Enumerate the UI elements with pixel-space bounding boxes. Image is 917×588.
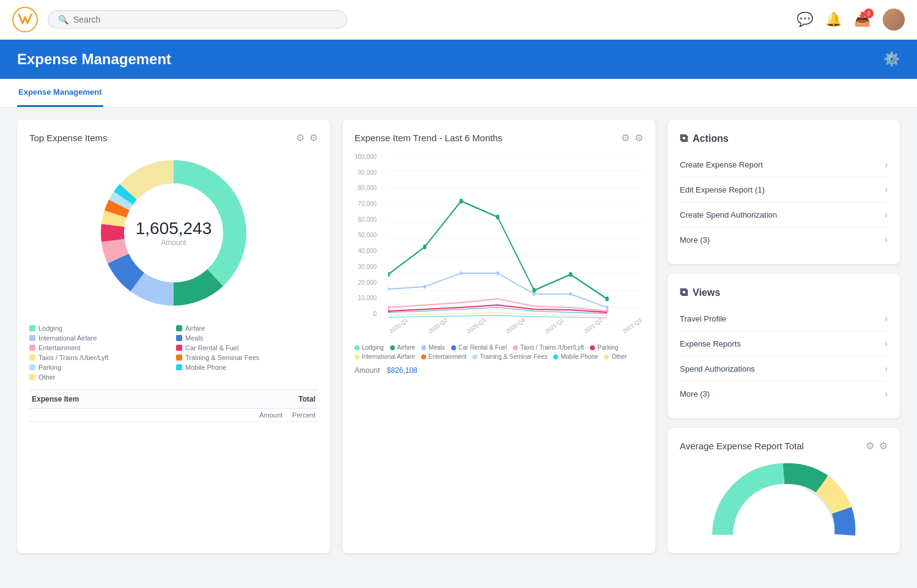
y-label: 0	[355, 311, 377, 317]
total-label: Total	[298, 395, 315, 403]
view-label: Travel Profile	[680, 314, 726, 323]
search-box[interactable]: 🔍	[48, 10, 347, 29]
action-label: Edit Expense Report (1)	[680, 185, 765, 194]
action-create-expense-report[interactable]: Create Expense Report›	[680, 152, 888, 177]
trend-filter-icon[interactable]: ⚙	[621, 132, 630, 144]
actions-title: ⧉ Actions	[680, 132, 888, 145]
view-expense-reports[interactable]: Expense Reports›	[680, 331, 888, 356]
donut-amount: 1,605,243	[136, 219, 212, 238]
actions-list: Create Expense Report›Edit Expense Repor…	[680, 152, 888, 252]
y-label: 40,000	[355, 248, 377, 254]
action-more-actions[interactable]: More (3)›	[680, 227, 888, 252]
y-label: 100,000	[355, 153, 377, 160]
trend-header: Expense Item Trend - Last 6 Months ⚙ ⚙	[355, 132, 643, 144]
settings-icon[interactable]: ⚙️	[883, 51, 900, 67]
avatar[interactable]	[883, 9, 905, 31]
nav-icons: 💬 🔔 📥 2	[797, 9, 905, 31]
trend-legend-item: Airfare	[390, 344, 415, 351]
y-label: 50,000	[355, 232, 377, 238]
views-title: ⧉ Views	[680, 286, 888, 299]
page-header: Expense Management ⚙️	[0, 40, 917, 79]
settings-icon2[interactable]: ⚙	[309, 132, 318, 144]
view-label: Spend Authorizations	[680, 364, 755, 373]
action-label: Create Expense Report	[680, 160, 763, 169]
legend-item: Other	[29, 373, 171, 381]
trend-legend-item: Meals	[421, 344, 445, 351]
y-label: 60,000	[355, 216, 377, 223]
action-label: Create Spend Authorization	[680, 210, 777, 219]
main-content: Top Expense Items ⚙ ⚙	[0, 108, 917, 565]
bell-icon[interactable]: 🔔	[825, 12, 842, 28]
trend-title: Expense Item Trend - Last 6 Months	[355, 133, 503, 143]
donut-chart-container: 1,605,243 Amount	[29, 153, 318, 312]
chevron-icon: ›	[885, 235, 888, 244]
action-edit-expense-report[interactable]: Edit Expense Report (1)›	[680, 177, 888, 202]
view-spend-authorizations[interactable]: Spend Authorizations›	[680, 356, 888, 381]
trend-chart-card: Expense Item Trend - Last 6 Months ⚙ ⚙ 1…	[342, 120, 655, 553]
filter-icon[interactable]: ⚙	[296, 132, 304, 144]
svg-point-36	[606, 306, 608, 309]
table-header: Expense Item Total	[29, 390, 318, 409]
trend-legend-item: International Airfare	[355, 353, 415, 360]
legend-item: Entertainment	[29, 344, 171, 351]
x-axis-labels: 2020-Q12020-Q22020-Q32020-Q42021-Q12021-…	[388, 327, 643, 336]
trend-settings-icon[interactable]: ⚙	[635, 132, 643, 144]
view-label: More (3)	[680, 389, 710, 399]
svg-point-37	[388, 306, 389, 309]
chevron-icon: ›	[885, 314, 888, 323]
copy-icon2: ⧉	[680, 286, 688, 299]
y-label: 30,000	[355, 263, 377, 270]
svg-point-28	[569, 272, 572, 277]
search-input[interactable]	[73, 15, 337, 24]
view-travel-profile[interactable]: Travel Profile›	[680, 306, 888, 331]
svg-point-24	[423, 244, 427, 249]
trend-legend-item: Car Rental & Fuel	[451, 344, 507, 351]
avg-expense-card: Average Expense Report Total ⚙ ⚙	[668, 428, 900, 553]
avg-filter-icon[interactable]: ⚙	[866, 440, 874, 452]
views-card: ⧉ Views Travel Profile›Expense Reports›S…	[668, 274, 900, 418]
legend-item: Taxis / Trains /Uber/Lyft	[29, 354, 171, 361]
top-expense-title: Top Expense Items	[29, 133, 108, 143]
legend-item: Meals	[176, 334, 318, 342]
y-label: 70,000	[355, 200, 377, 207]
svg-point-31	[424, 285, 426, 288]
avg-settings-icon[interactable]: ⚙	[879, 440, 888, 452]
app-logo	[12, 7, 38, 32]
legend-item: International Airfare	[29, 334, 171, 342]
chat-icon[interactable]: 💬	[797, 12, 813, 28]
action-create-spend-authorization[interactable]: Create Spend Authorization›	[680, 202, 888, 227]
chevron-icon: ›	[885, 185, 888, 194]
svg-point-29	[605, 296, 609, 301]
trend-legend-item: Entertainment	[421, 353, 466, 360]
y-axis-labels: 100,00090,00080,00070,00060,00050,00040,…	[355, 153, 377, 317]
avg-chart-container	[680, 461, 888, 541]
svg-point-34	[533, 292, 536, 296]
chevron-icon: ›	[885, 339, 888, 348]
view-more-views[interactable]: More (3)›	[680, 381, 888, 406]
top-nav: 🔍 💬 🔔 📥 2	[0, 0, 917, 40]
right-panel: ⧉ Actions Create Expense Report›Edit Exp…	[668, 120, 900, 553]
inbox-icon[interactable]: 📥 2	[854, 12, 871, 28]
svg-point-26	[496, 215, 499, 219]
col-expense-item: Expense Item	[32, 395, 298, 403]
top-expense-header: Top Expense Items ⚙ ⚙	[29, 132, 318, 144]
chevron-icon: ›	[885, 160, 888, 169]
legend-item: Mobile Phone	[176, 364, 318, 371]
top-expense-card: Top Expense Items ⚙ ⚙	[17, 120, 330, 553]
avg-card-icons: ⚙ ⚙	[866, 440, 888, 452]
y-label: 10,000	[355, 295, 377, 301]
y-label: 80,000	[355, 185, 377, 191]
trend-legend-item: Parking	[590, 344, 618, 351]
trend-legend: LodgingAirfareMealsCar Rental & FuelTaxi…	[355, 344, 643, 360]
donut-legend: LodgingAirfareInternational AirfareMeals…	[29, 325, 318, 381]
chevron-icon: ›	[885, 364, 888, 373]
y-label: 90,000	[355, 169, 377, 176]
legend-item: Parking	[29, 364, 171, 371]
table-sub-header: Amount Percent	[29, 409, 318, 422]
tab-expense-management[interactable]: Expense Management	[17, 79, 103, 107]
svg-point-25	[459, 199, 463, 204]
expense-table: Expense Item Total Amount Percent	[29, 389, 318, 422]
view-label: Expense Reports	[680, 339, 741, 348]
donut-label: Amount	[136, 238, 212, 247]
copy-icon: ⧉	[680, 132, 688, 145]
